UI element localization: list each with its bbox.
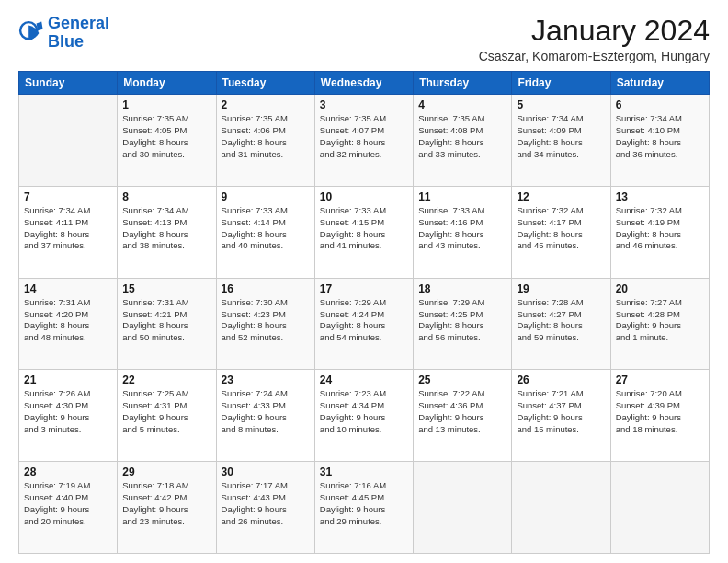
- day-number: 26: [517, 373, 605, 386]
- day-number: 14: [24, 282, 112, 295]
- logo-text-line1: General: [48, 15, 109, 33]
- day-number: 16: [222, 282, 310, 295]
- day-info: Sunrise: 7:21 AMSunset: 4:37 PMDaylight:…: [517, 388, 605, 435]
- day-number: 11: [418, 190, 506, 203]
- week-row-3: 14Sunrise: 7:31 AMSunset: 4:20 PMDayligh…: [19, 278, 710, 370]
- day-info: Sunrise: 7:19 AMSunset: 4:40 PMDaylight:…: [24, 480, 112, 527]
- calendar-cell: 2Sunrise: 7:35 AMSunset: 4:06 PMDaylight…: [216, 95, 314, 187]
- weekday-wednesday: Wednesday: [314, 72, 413, 95]
- calendar-cell: 6Sunrise: 7:34 AMSunset: 4:10 PMDaylight…: [610, 95, 709, 187]
- calendar-cell: [414, 462, 512, 554]
- week-row-5: 28Sunrise: 7:19 AMSunset: 4:40 PMDayligh…: [19, 462, 710, 554]
- day-info: Sunrise: 7:28 AMSunset: 4:27 PMDaylight:…: [517, 297, 605, 344]
- calendar-cell: 7Sunrise: 7:34 AMSunset: 4:11 PMDaylight…: [19, 186, 118, 278]
- logo-icon: [18, 20, 44, 46]
- title-block: January 2024 Csaszar, Komarom-Esztergom,…: [479, 15, 710, 63]
- day-number: 31: [320, 465, 408, 478]
- day-number: 27: [616, 373, 704, 386]
- calendar-cell: 18Sunrise: 7:29 AMSunset: 4:25 PMDayligh…: [414, 278, 512, 370]
- calendar-cell: 20Sunrise: 7:27 AMSunset: 4:28 PMDayligh…: [610, 278, 709, 370]
- day-info: Sunrise: 7:35 AMSunset: 4:08 PMDaylight:…: [418, 113, 506, 160]
- day-number: 25: [418, 373, 506, 386]
- day-info: Sunrise: 7:25 AMSunset: 4:31 PMDaylight:…: [122, 388, 210, 435]
- calendar-cell: 14Sunrise: 7:31 AMSunset: 4:20 PMDayligh…: [19, 278, 118, 370]
- day-info: Sunrise: 7:23 AMSunset: 4:34 PMDaylight:…: [320, 388, 408, 435]
- day-number: 2: [222, 98, 310, 111]
- day-number: 12: [517, 190, 605, 203]
- day-info: Sunrise: 7:33 AMSunset: 4:15 PMDaylight:…: [320, 205, 408, 252]
- day-number: 23: [222, 373, 310, 386]
- calendar-cell: 4Sunrise: 7:35 AMSunset: 4:08 PMDaylight…: [414, 95, 512, 187]
- day-info: Sunrise: 7:34 AMSunset: 4:09 PMDaylight:…: [517, 113, 605, 160]
- calendar-table: SundayMondayTuesdayWednesdayThursdayFrid…: [18, 71, 710, 554]
- calendar-cell: 15Sunrise: 7:31 AMSunset: 4:21 PMDayligh…: [118, 278, 216, 370]
- day-number: 3: [320, 98, 408, 111]
- day-number: 21: [24, 373, 112, 386]
- day-number: 10: [320, 190, 408, 203]
- day-number: 18: [418, 282, 506, 295]
- weekday-monday: Monday: [118, 72, 216, 95]
- weekday-sunday: Sunday: [19, 72, 118, 95]
- day-info: Sunrise: 7:18 AMSunset: 4:42 PMDaylight:…: [122, 480, 210, 527]
- day-number: 17: [320, 282, 408, 295]
- calendar-cell: 12Sunrise: 7:32 AMSunset: 4:17 PMDayligh…: [512, 186, 610, 278]
- calendar-cell: [512, 462, 610, 554]
- day-info: Sunrise: 7:35 AMSunset: 4:07 PMDaylight:…: [320, 113, 408, 160]
- day-number: 8: [122, 190, 210, 203]
- day-info: Sunrise: 7:27 AMSunset: 4:28 PMDaylight:…: [616, 297, 704, 344]
- weekday-thursday: Thursday: [414, 72, 512, 95]
- day-info: Sunrise: 7:31 AMSunset: 4:20 PMDaylight:…: [24, 297, 112, 344]
- calendar-cell: 13Sunrise: 7:32 AMSunset: 4:19 PMDayligh…: [610, 186, 709, 278]
- header: General Blue January 2024 Csaszar, Komar…: [18, 15, 710, 63]
- day-info: Sunrise: 7:16 AMSunset: 4:45 PMDaylight:…: [320, 480, 408, 527]
- day-info: Sunrise: 7:26 AMSunset: 4:30 PMDaylight:…: [24, 388, 112, 435]
- day-number: 7: [24, 190, 112, 203]
- calendar-cell: 30Sunrise: 7:17 AMSunset: 4:43 PMDayligh…: [216, 462, 314, 554]
- day-number: 13: [616, 190, 704, 203]
- day-info: Sunrise: 7:29 AMSunset: 4:24 PMDaylight:…: [320, 297, 408, 344]
- calendar-cell: 25Sunrise: 7:22 AMSunset: 4:36 PMDayligh…: [414, 370, 512, 462]
- weekday-header-row: SundayMondayTuesdayWednesdayThursdayFrid…: [19, 72, 710, 95]
- day-info: Sunrise: 7:35 AMSunset: 4:05 PMDaylight:…: [122, 113, 210, 160]
- week-row-1: 1Sunrise: 7:35 AMSunset: 4:05 PMDaylight…: [19, 95, 710, 187]
- day-info: Sunrise: 7:32 AMSunset: 4:17 PMDaylight:…: [517, 205, 605, 252]
- day-info: Sunrise: 7:24 AMSunset: 4:33 PMDaylight:…: [222, 388, 310, 435]
- page: General Blue January 2024 Csaszar, Komar…: [0, 0, 728, 563]
- calendar-cell: 3Sunrise: 7:35 AMSunset: 4:07 PMDaylight…: [314, 95, 413, 187]
- calendar-title: January 2024: [479, 15, 710, 47]
- calendar-cell: 9Sunrise: 7:33 AMSunset: 4:14 PMDaylight…: [216, 186, 314, 278]
- calendar-cell: 8Sunrise: 7:34 AMSunset: 4:13 PMDaylight…: [118, 186, 216, 278]
- calendar-cell: 1Sunrise: 7:35 AMSunset: 4:05 PMDaylight…: [118, 95, 216, 187]
- day-number: 30: [222, 465, 310, 478]
- day-info: Sunrise: 7:34 AMSunset: 4:11 PMDaylight:…: [24, 205, 112, 252]
- calendar-cell: 10Sunrise: 7:33 AMSunset: 4:15 PMDayligh…: [314, 186, 413, 278]
- day-number: 22: [122, 373, 210, 386]
- day-number: 5: [517, 98, 605, 111]
- calendar-cell: [19, 95, 118, 187]
- day-info: Sunrise: 7:17 AMSunset: 4:43 PMDaylight:…: [222, 480, 310, 527]
- logo: General Blue: [18, 15, 109, 52]
- calendar-cell: 24Sunrise: 7:23 AMSunset: 4:34 PMDayligh…: [314, 370, 413, 462]
- calendar-cell: 17Sunrise: 7:29 AMSunset: 4:24 PMDayligh…: [314, 278, 413, 370]
- day-info: Sunrise: 7:33 AMSunset: 4:16 PMDaylight:…: [418, 205, 506, 252]
- day-number: 4: [418, 98, 506, 111]
- day-number: 9: [222, 190, 310, 203]
- week-row-4: 21Sunrise: 7:26 AMSunset: 4:30 PMDayligh…: [19, 370, 710, 462]
- day-info: Sunrise: 7:20 AMSunset: 4:39 PMDaylight:…: [616, 388, 704, 435]
- calendar-cell: 11Sunrise: 7:33 AMSunset: 4:16 PMDayligh…: [414, 186, 512, 278]
- day-info: Sunrise: 7:29 AMSunset: 4:25 PMDaylight:…: [418, 297, 506, 344]
- logo-text-line2: Blue: [48, 33, 109, 52]
- day-number: 20: [616, 282, 704, 295]
- calendar-cell: 5Sunrise: 7:34 AMSunset: 4:09 PMDaylight…: [512, 95, 610, 187]
- calendar-cell: 22Sunrise: 7:25 AMSunset: 4:31 PMDayligh…: [118, 370, 216, 462]
- week-row-2: 7Sunrise: 7:34 AMSunset: 4:11 PMDaylight…: [19, 186, 710, 278]
- day-info: Sunrise: 7:32 AMSunset: 4:19 PMDaylight:…: [616, 205, 704, 252]
- calendar-cell: 27Sunrise: 7:20 AMSunset: 4:39 PMDayligh…: [610, 370, 709, 462]
- calendar-cell: 31Sunrise: 7:16 AMSunset: 4:45 PMDayligh…: [314, 462, 413, 554]
- day-number: 29: [122, 465, 210, 478]
- calendar-cell: 26Sunrise: 7:21 AMSunset: 4:37 PMDayligh…: [512, 370, 610, 462]
- calendar-body: 1Sunrise: 7:35 AMSunset: 4:05 PMDaylight…: [19, 95, 710, 554]
- day-info: Sunrise: 7:34 AMSunset: 4:13 PMDaylight:…: [122, 205, 210, 252]
- day-info: Sunrise: 7:35 AMSunset: 4:06 PMDaylight:…: [222, 113, 310, 160]
- weekday-saturday: Saturday: [610, 72, 709, 95]
